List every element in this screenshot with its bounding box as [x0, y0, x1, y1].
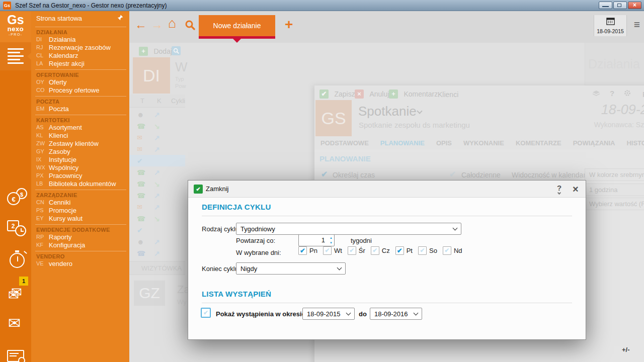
- column-k[interactable]: K: [157, 97, 162, 105]
- zamknij-button[interactable]: Zamknij: [206, 185, 229, 193]
- search-list-button[interactable]: [172, 46, 181, 55]
- okres-do-select[interactable]: 18-09-2016: [370, 308, 422, 320]
- rodzaj-select[interactable]: Tygodniowy: [236, 223, 461, 235]
- zapisz-button[interactable]: ✔ Zapisz: [319, 89, 355, 99]
- layers-icon[interactable]: [592, 90, 600, 99]
- menu-item[interactable]: KL Klienci: [31, 131, 129, 139]
- day-checkbox[interactable]: [348, 246, 356, 255]
- column-cykl[interactable]: Cykli: [171, 97, 185, 105]
- restore-button[interactable]: [613, 2, 627, 9]
- form-tab[interactable]: WYKONANIE: [463, 139, 504, 147]
- tab-nowe-dzialanie[interactable]: Nowe działanie: [199, 15, 275, 36]
- menu-item[interactable]: EM Poczta: [31, 105, 129, 113]
- day-checkbox[interactable]: [395, 246, 404, 255]
- forward-arrow-icon[interactable]: →: [151, 19, 163, 31]
- form-tab[interactable]: PLANOWANIE: [380, 139, 425, 147]
- menu-item[interactable]: VE vendero: [31, 259, 129, 267]
- wizytowka-header[interactable]: WIZYTÓWKA: [129, 261, 185, 275]
- day-option[interactable]: Śr: [348, 246, 365, 255]
- pokaz-checkbox[interactable]: [201, 308, 211, 318]
- stopwatch-icon[interactable]: [8, 250, 27, 273]
- list-item[interactable]: ☎ ↘: [129, 213, 185, 224]
- menu-item[interactable]: RP Raporty: [31, 233, 129, 241]
- d_close-icon[interactable]: ×: [573, 184, 579, 194]
- czas-select[interactable]: 1 godzina≡: [585, 184, 644, 196]
- pin-icon[interactable]: [117, 15, 123, 22]
- menu-item[interactable]: CL Kalendarz: [31, 51, 129, 59]
- list-item[interactable]: ☎ ↘: [129, 120, 185, 132]
- koniec-select[interactable]: Nigdy: [236, 262, 346, 275]
- menu-item[interactable]: CO Procesy ofertowe: [31, 86, 129, 94]
- day-option[interactable]: Nd: [443, 246, 462, 255]
- form-tab[interactable]: OPIS: [436, 139, 452, 147]
- menu-item[interactable]: EWIDENCJE DODATKOWE: [35, 224, 126, 233]
- menu-item[interactable]: GY Zasoby: [31, 147, 129, 155]
- powtarzaj-input[interactable]: 1 ▲▼: [298, 234, 335, 246]
- day-checkbox[interactable]: [371, 246, 379, 255]
- list-item[interactable]: ✉ ↗: [129, 201, 185, 213]
- menu-item[interactable]: KARTOTEKI: [35, 115, 126, 123]
- menu-item[interactable]: AS Asortyment: [31, 123, 129, 131]
- menu-item[interactable]: POCZTA: [35, 96, 126, 105]
- menu-item[interactable]: VENDERO: [35, 251, 126, 259]
- menu-item[interactable]: OFERTOWANIE: [35, 69, 126, 78]
- menu-item[interactable]: LA Rejestr akcji: [31, 59, 129, 67]
- menu-item[interactable]: OY Oferty: [31, 78, 129, 86]
- modules-menu-button[interactable]: [0, 42, 31, 70]
- menu-item[interactable]: ZW Zestawy klientów: [31, 139, 129, 147]
- klienci-button[interactable]: Klienci: [438, 90, 458, 99]
- menu-item[interactable]: PS Promocje: [31, 206, 129, 214]
- calendar-clock-icon[interactable]: 2: [7, 219, 28, 241]
- menu-item[interactable]: RJ Rezerwacje zasobów: [31, 43, 129, 51]
- column-t[interactable]: T: [140, 97, 144, 105]
- list-item[interactable]: ✉ ↗: [129, 143, 185, 155]
- okres-od-select[interactable]: 18-09-2015: [302, 308, 355, 320]
- day-option[interactable]: Wt: [323, 246, 342, 255]
- menu-item[interactable]: WX Wspólnicy: [31, 163, 129, 171]
- title-chevron-icon[interactable]: [417, 108, 422, 114]
- new-tab-plus-button[interactable]: +: [285, 17, 293, 33]
- form-tab[interactable]: PODSTAWOWE: [320, 139, 369, 147]
- back-arrow-icon[interactable]: ←: [135, 19, 147, 31]
- menu-item[interactable]: CN Cenniki: [31, 198, 129, 206]
- menu-item[interactable]: DI Działania: [31, 35, 129, 43]
- zamknij-check-icon[interactable]: ✔: [194, 185, 203, 194]
- inbox-mail-icon[interactable]: ✉ ✉: [7, 283, 29, 305]
- list-item[interactable]: ☎ ↗: [129, 247, 185, 259]
- day-checkbox[interactable]: [298, 246, 307, 255]
- day-option[interactable]: Pt: [395, 246, 413, 255]
- date-navigator[interactable]: 18-09-2015: [594, 15, 627, 36]
- menu-item[interactable]: LB Biblioteka dokumentów: [31, 179, 129, 188]
- day-option[interactable]: So: [418, 246, 437, 255]
- gear-icon[interactable]: [624, 89, 631, 99]
- spinner-arrows-icon[interactable]: ▲▼: [330, 235, 333, 245]
- menu-item[interactable]: ZARZĄDZANIE: [35, 190, 126, 198]
- calodzienne-check-icon[interactable]: ✔: [449, 169, 456, 179]
- menu-item[interactable]: PX Pracownicy: [31, 171, 129, 179]
- list-item[interactable]: ☻ ↗: [129, 236, 185, 247]
- calodzienne-label[interactable]: Całodzienne: [461, 171, 501, 179]
- form-tab[interactable]: KOMENTARZE: [516, 139, 561, 147]
- day-checkbox[interactable]: [418, 246, 427, 255]
- list-item[interactable]: ☻ ↗: [129, 109, 185, 120]
- minimize-button[interactable]: [599, 2, 612, 9]
- form-tab[interactable]: POWIĄZANIA: [573, 139, 615, 147]
- list-item[interactable]: ✔: [129, 224, 185, 236]
- menu-icon[interactable]: ≡: [634, 19, 640, 31]
- list-item[interactable]: ✉ ↗: [129, 132, 185, 143]
- list-item[interactable]: ☎ ↗: [129, 166, 185, 178]
- menu-item[interactable]: EY Kursy walut: [31, 214, 129, 222]
- day-option[interactable]: Cz: [371, 246, 390, 255]
- list-item[interactable]: ☎ ↗: [129, 190, 185, 201]
- help-icon[interactable]: ?: [610, 89, 614, 98]
- okreslaj-label[interactable]: Określaj czas: [333, 171, 375, 179]
- search-icon[interactable]: [185, 20, 195, 32]
- okreslaj-check-icon[interactable]: ✔: [321, 169, 328, 179]
- list-item[interactable]: ☎ ↘: [129, 178, 185, 190]
- certificate-icon[interactable]: [7, 349, 28, 362]
- form-tab[interactable]: HISTORIA: [626, 139, 644, 147]
- day-option[interactable]: Pn: [298, 246, 317, 255]
- close-button[interactable]: ×: [628, 2, 641, 9]
- przypomnienie-select[interactable]: Wybierz wartość (F12)≡: [585, 198, 644, 210]
- menu-item[interactable]: Strona startowa: [31, 12, 129, 25]
